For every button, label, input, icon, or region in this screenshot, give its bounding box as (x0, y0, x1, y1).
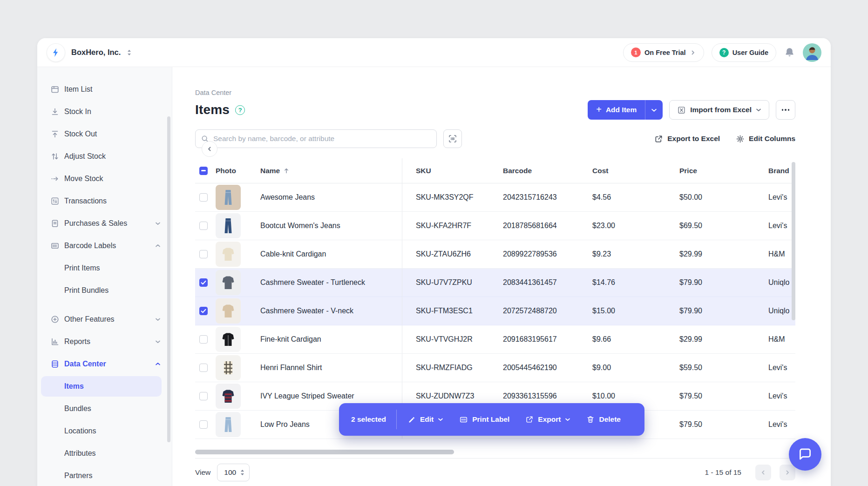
select-all-checkbox[interactable] (199, 167, 208, 175)
free-trial-button[interactable]: 1 On Free Trial (623, 43, 704, 62)
item-price: $50.00 (666, 193, 755, 202)
page-size-stepper[interactable]: 100 (217, 464, 250, 481)
user-guide-button[interactable]: ? User Guide (712, 43, 776, 62)
column-header-barcode[interactable]: Barcode (489, 167, 579, 175)
table-row[interactable]: Fine-knit Cardigan SKU-VTVGHJ2R 20916831… (195, 325, 795, 354)
add-item-button[interactable]: +Add Item (588, 100, 663, 120)
import-from-excel-button[interactable]: Import from Excel (669, 100, 769, 120)
sidebar-item-print-items[interactable]: Print Items (37, 257, 172, 279)
item-name: Cashmere Sweater - V-neck (260, 307, 402, 315)
column-header-price[interactable]: Price (666, 167, 755, 175)
table-row[interactable]: Henri Flannel Shirt SKU-RMZFIADG 2005445… (195, 354, 795, 382)
sidebar-item-locations[interactable]: Locations (37, 420, 172, 442)
sidebar-item-partners[interactable]: Partners (37, 465, 172, 486)
sidebar-item-stock-in[interactable]: Stock In (37, 101, 172, 123)
sidebar-item-stock-out[interactable]: Stock Out (37, 123, 172, 145)
adjust-stock-icon (50, 152, 60, 161)
item-cost: $9.23 (579, 250, 666, 258)
item-barcode: 2091683195617 (489, 335, 579, 344)
export-to-excel-button[interactable]: Export to Excel (654, 135, 720, 143)
item-sku: SKU-MK3SY2QF (402, 183, 489, 211)
bulk-export-button[interactable]: Export (525, 415, 570, 424)
sidebar-item-adjust-stock[interactable]: Adjust Stock (37, 145, 172, 168)
row-checkbox[interactable] (199, 193, 208, 202)
column-header-photo[interactable]: Photo (216, 167, 260, 175)
table-row[interactable]: Awesome Jeans SKU-MK3SY2QF 2042315716243… (195, 183, 795, 212)
item-brand: Uniqlo (755, 278, 795, 287)
search-input[interactable] (195, 129, 437, 148)
column-header-brand[interactable]: Brand (755, 167, 795, 175)
sidebar-item-barcode-labels[interactable]: Barcode Labels (37, 235, 172, 257)
column-header-name[interactable]: Name (260, 167, 402, 175)
sidebar-item-other-features[interactable]: Other Features (37, 308, 172, 331)
sidebar-item-data-center[interactable]: Data Center (37, 353, 172, 375)
excel-icon (677, 106, 686, 115)
sidebar-item-purchases-sales[interactable]: Purchases & Sales (37, 212, 172, 235)
question-icon: ? (719, 48, 729, 57)
user-avatar[interactable] (803, 43, 821, 62)
item-cost: $9.00 (579, 364, 666, 372)
table-horizontal-scrollbar[interactable] (195, 450, 454, 454)
sidebar-item-item-list[interactable]: Item List (37, 78, 172, 101)
bulk-delete-button[interactable]: Delete (586, 415, 621, 424)
boxhero-logo-icon (47, 43, 65, 62)
item-barcode: 2083441361457 (489, 278, 579, 287)
table-row[interactable]: Cable-knit Cardigan SKU-ZTAU6ZH6 2089922… (195, 240, 795, 269)
workspace-switcher-icon[interactable] (127, 49, 131, 56)
next-page-button[interactable] (780, 465, 795, 480)
sidebar-item-reports[interactable]: Reports (37, 331, 172, 353)
more-options-button[interactable] (776, 100, 795, 120)
previous-page-button[interactable] (755, 465, 771, 480)
item-barcode: 2005445462190 (489, 364, 579, 372)
pagination: 1 - 15 of 15 (705, 465, 795, 480)
item-name: Henri Flannel Shirt (260, 364, 402, 372)
export-icon (654, 135, 663, 143)
sidebar-item-attributes[interactable]: Attributes (37, 442, 172, 465)
item-name: Fine-knit Cardigan (260, 335, 402, 344)
chat-widget-button[interactable] (789, 438, 821, 471)
sidebar-item-move-stock[interactable]: Move Stock (37, 168, 172, 190)
move-stock-icon (50, 174, 60, 183)
item-list-icon (50, 85, 60, 94)
row-checkbox[interactable] (199, 278, 208, 287)
sidebar-collapse-button[interactable] (202, 141, 217, 157)
item-photo (216, 242, 241, 267)
sidebar-item-print-bundles[interactable]: Print Bundles (37, 279, 172, 302)
topbar-actions: 1 On Free Trial ? User Guide (623, 43, 821, 62)
help-icon[interactable]: ? (235, 105, 245, 115)
add-item-dropdown[interactable] (645, 100, 663, 120)
row-checkbox[interactable] (199, 335, 208, 344)
table-row[interactable]: Cashmere Sweater - V-neck SKU-FTM3ESC1 2… (195, 297, 795, 325)
barcode-scan-button[interactable] (443, 129, 462, 148)
sidebar-item-items[interactable]: Items (41, 376, 162, 397)
table-vertical-scrollbar[interactable] (792, 162, 795, 320)
row-checkbox[interactable] (199, 364, 208, 372)
item-price: $79.90 (666, 307, 755, 315)
workspace-name[interactable]: BoxHero, Inc. (71, 48, 121, 57)
table-row[interactable]: Bootcut Women's Jeans SKU-KFA2HR7F 20187… (195, 212, 795, 240)
column-header-sku[interactable]: SKU (402, 158, 489, 183)
row-checkbox[interactable] (199, 420, 208, 429)
item-barcode: 2093361315596 (489, 392, 579, 400)
edit-columns-button[interactable]: Edit Columns (736, 135, 795, 143)
row-checkbox[interactable] (199, 307, 208, 315)
table-row[interactable]: Cashmere Sweater - Turtleneck SKU-U7V7ZP… (195, 269, 795, 297)
notifications-bell-icon[interactable] (784, 47, 795, 58)
sidebar-item-transactions[interactable]: Transactions (37, 190, 172, 212)
sidebar-scrollbar[interactable] (167, 116, 170, 442)
sidebar-item-bundles[interactable]: Bundles (37, 398, 172, 420)
row-checkbox[interactable] (199, 250, 208, 258)
item-sku: SKU-ZTAU6ZH6 (402, 240, 489, 268)
column-header-cost[interactable]: Cost (579, 167, 666, 175)
row-checkbox[interactable] (199, 222, 208, 230)
chevron-up-icon (155, 244, 161, 248)
bulk-print-label-button[interactable]: Print Label (459, 415, 509, 424)
purchases-sales-icon (50, 219, 60, 228)
item-barcode: 2018785681664 (489, 222, 579, 230)
item-name: Bootcut Women's Jeans (260, 222, 402, 230)
chevron-down-icon (651, 108, 657, 112)
row-checkbox[interactable] (199, 392, 208, 400)
stock-out-icon (50, 129, 60, 139)
view-label: View (195, 468, 210, 477)
bulk-edit-button[interactable]: Edit (408, 415, 443, 424)
